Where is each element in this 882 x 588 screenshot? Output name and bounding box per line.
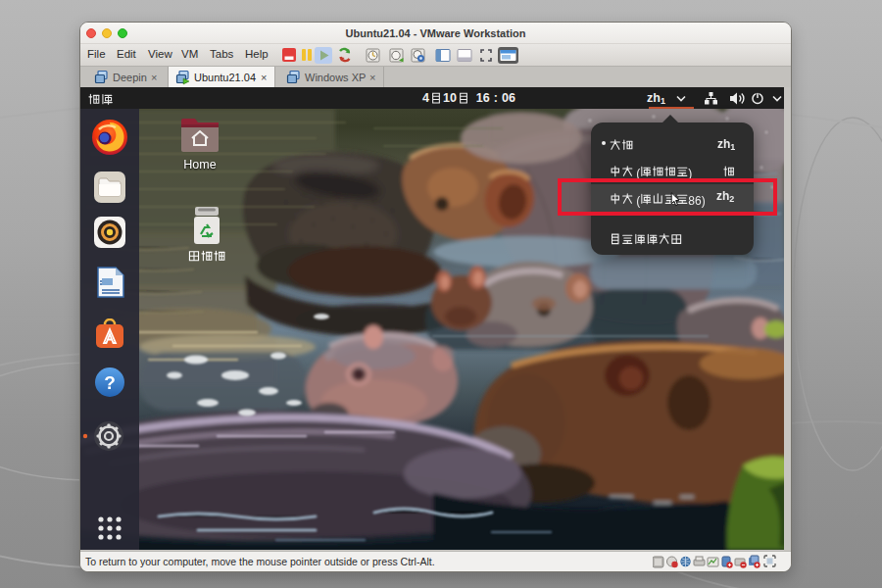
svg-text:?: ? (104, 372, 116, 393)
